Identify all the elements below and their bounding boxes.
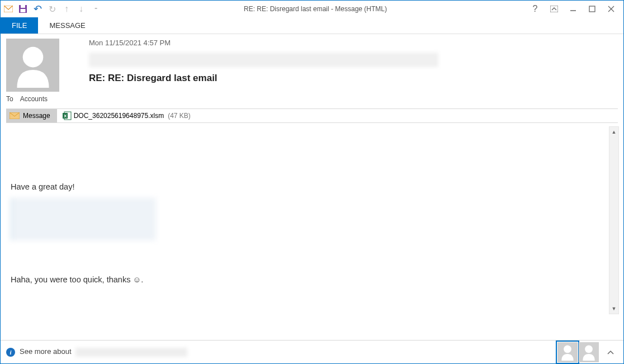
close-icon[interactable]: [606, 3, 617, 15]
attachment-bar: Message X DOC_362025619648975.xlsm (47 K…: [6, 108, 618, 123]
recipients-row: To Accounts: [6, 95, 48, 103]
envelope-icon: [10, 112, 20, 119]
quick-access-toolbar: ↶ ↻ ↑ ↓ ⁼: [3, 3, 101, 15]
attachment-item[interactable]: X DOC_362025619648975.xlsm (47 KB): [57, 109, 196, 122]
svg-rect-3: [550, 6, 558, 12]
svg-rect-1: [21, 5, 25, 8]
see-more-redacted: [75, 348, 187, 357]
tab-message-label: MESSAGE: [49, 21, 85, 30]
qat-customize-icon[interactable]: ⁼: [90, 3, 101, 15]
svg-text:X: X: [64, 114, 67, 119]
tab-file-label: FILE: [12, 21, 27, 30]
expand-pane-icon[interactable]: [603, 342, 618, 362]
redo-icon[interactable]: ↻: [46, 3, 58, 15]
people-pane-right: [557, 342, 618, 362]
message-body-tab[interactable]: Message: [6, 109, 57, 122]
svg-rect-2: [21, 9, 26, 12]
email-body: Have a great day! Haha, you were too qui…: [6, 126, 619, 314]
arrow-down-icon: ↓: [75, 3, 87, 15]
minimize-icon[interactable]: [568, 3, 579, 15]
maximize-icon[interactable]: [587, 3, 598, 15]
arrow-up-icon: ↑: [61, 3, 72, 15]
svg-rect-5: [589, 6, 595, 12]
see-more-text: See more about: [20, 347, 187, 357]
sender-avatar: [6, 39, 59, 92]
excel-icon: X: [63, 111, 72, 120]
undo-icon[interactable]: ↶: [32, 3, 43, 15]
info-icon: i: [6, 348, 15, 357]
scroll-up-icon[interactable]: ▲: [609, 127, 618, 137]
ribbon-tabs: FILE MESSAGE: [1, 17, 623, 34]
body-text-line: Have a great day!: [11, 182, 614, 191]
mail-icon[interactable]: [3, 3, 14, 15]
body-wrapper: Have a great day! Haha, you were too qui…: [6, 126, 619, 314]
help-icon[interactable]: ?: [530, 3, 541, 15]
see-more-label: See more about: [20, 347, 72, 356]
signature-redacted: [11, 198, 156, 240]
email-subject: RE: RE: Disregard last email: [89, 73, 618, 84]
body-text-line: Haha, you were too quick, thanks ☺.: [11, 275, 614, 284]
people-pane-footer: i See more about: [1, 340, 623, 363]
email-date: Mon 11/15/2021 4:57 PM: [89, 39, 618, 47]
scrollbar[interactable]: ▲ ▼: [609, 126, 619, 314]
window-title: RE: RE: Disregard last email - Message (…: [101, 5, 530, 13]
svg-point-8: [22, 46, 43, 67]
save-icon[interactable]: [17, 3, 29, 15]
tab-message[interactable]: MESSAGE: [38, 17, 96, 34]
to-label: To: [6, 95, 13, 103]
contact-avatar-2[interactable]: [579, 342, 599, 362]
scroll-down-icon[interactable]: ▼: [609, 304, 618, 314]
message-tab-label: Message: [23, 112, 50, 120]
title-bar: ↶ ↻ ↑ ↓ ⁼ RE: RE: Disregard last email -…: [1, 1, 623, 17]
attachment-size: (47 KB): [168, 112, 191, 120]
svg-point-13: [564, 345, 571, 353]
svg-point-14: [585, 345, 593, 353]
attachment-filename: DOC_362025619648975.xlsm: [74, 112, 164, 120]
avatar-column: To Accounts: [6, 39, 62, 103]
header-info: Mon 11/15/2021 4:57 PM RE: RE: Disregard…: [62, 39, 618, 103]
contact-avatar-1[interactable]: [557, 342, 578, 362]
tab-file[interactable]: FILE: [1, 17, 38, 34]
window-controls: ?: [530, 3, 621, 15]
to-value: Accounts: [20, 95, 48, 103]
sender-redacted: [89, 53, 438, 67]
message-header: To Accounts Mon 11/15/2021 4:57 PM RE: R…: [1, 34, 623, 105]
ribbon-display-icon[interactable]: [549, 3, 560, 15]
